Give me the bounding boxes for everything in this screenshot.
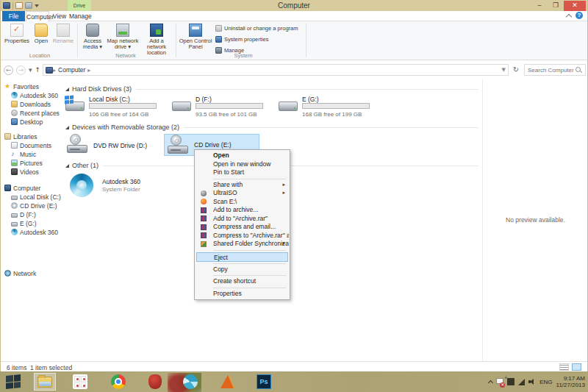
group-label-system: System [218,52,269,59]
recent-places-icon [11,110,18,116]
search-box[interactable] [524,64,586,76]
search-icon[interactable] [575,66,582,74]
ribbon-separator [77,24,78,57]
power-icon[interactable] [507,378,514,385]
taskbar-photoshop[interactable]: Ps [253,373,275,391]
windows-start-icon [6,374,21,389]
windows-logo-icon [65,96,74,104]
taskbar-teal-app[interactable] [179,373,201,391]
add-network-location-button[interactable]: Add a network location [140,23,173,56]
action-center-flag-icon[interactable] [496,378,503,386]
menu-item-compress-and-email[interactable]: Compress and email... [196,223,289,232]
other-tile-autodesk360[interactable]: Autodesk 360 System Folder [67,174,184,199]
network-signal-icon[interactable] [518,379,525,385]
menu-item-add-to-archive[interactable]: Add to archive... [196,206,289,215]
up-icon[interactable]: ↑ [35,66,41,74]
recent-locations-arrow-icon[interactable]: ▾ [29,66,32,74]
ribbon-help-area: ? [567,12,583,19]
ultraiso-icon [201,190,207,196]
address-bar: ← → ▾ ↑ ▸ Computer ▸ ▼ ↻ [1,61,587,79]
file-explorer-icon [37,377,52,388]
menu-item-scan[interactable]: Scan E:\ [196,198,289,207]
details-view-icon[interactable] [559,363,569,371]
collapse-triangle-icon[interactable] [65,164,69,168]
menu-item-open[interactable]: Open [196,152,289,160]
drive-tile-local-disk-c[interactable]: Local Disk (C:) 106 GB free of 164 GB [65,96,168,122]
breadcrumb[interactable]: ▸ Computer ▸ ▼ [43,64,509,76]
properties-button[interactable]: Properties [4,23,30,44]
collapse-triangle-icon[interactable] [65,126,69,129]
system-properties-button[interactable]: System properties [215,35,268,43]
menu-item-compress-to-rar-and-email[interactable]: Compress to "Archive.rar" and email [196,232,289,240]
tab-manage[interactable]: Manage [69,11,91,21]
menu-item-shared-folder-sync[interactable]: Shared Folder Synchronization▸ [196,240,289,249]
start-button[interactable] [2,373,24,391]
open-control-panel-button[interactable]: Open Control Panel [179,23,212,50]
group-header-hard-disk-drives[interactable]: Hard Disk Drives (3) [65,85,478,93]
minimize-button[interactable]: – [531,1,548,11]
breadcrumb-computer[interactable]: Computer [58,66,85,74]
address-dropdown-icon[interactable]: ▼ [502,67,506,73]
crumb-separator-icon[interactable]: ▸ [87,67,90,74]
uninstall-icon [215,25,222,32]
drive-tile-d-f[interactable]: D (F:) 93.5 GB free of 101 GB [172,96,275,122]
group-label-network: Network [100,52,151,59]
sidebar-section-libraries[interactable]: Libraries [4,132,68,140]
group-header-line [103,165,478,166]
language-indicator[interactable]: ENG [539,379,552,385]
minimize-ribbon-icon[interactable] [566,13,572,19]
menu-item-add-to-archive-rar[interactable]: Add to "Archive.rar" [196,215,289,224]
map-network-drive-button[interactable]: Map network drive ▾ [107,23,139,50]
menu-item-ultraiso[interactable]: UltraISO▸ [196,189,289,198]
sidebar-section-network[interactable]: Network [4,269,68,277]
tab-computer[interactable]: Computer [26,11,49,21]
restore-button[interactable]: ❐ [548,1,564,11]
menu-item-share-with[interactable]: Share with▸ [196,181,289,190]
menu-item-pin-to-start[interactable]: Pin to Start [196,168,289,177]
help-icon[interactable]: ? [576,12,583,19]
back-icon[interactable]: ← [4,65,13,75]
menu-item-copy[interactable]: Copy [196,266,289,274]
clock[interactable]: 9:17 AM 11/27/2013 [556,375,585,388]
taskbar-matlab[interactable] [216,373,238,391]
tab-view[interactable]: View [51,11,68,21]
drive-tile-e-g[interactable]: E (G:) 168 GB free of 199 GB [279,96,381,122]
menu-item-properties[interactable]: Properties [196,290,289,299]
sidebar-section-computer[interactable]: Computer [4,184,68,192]
volume-icon[interactable] [528,378,536,385]
capacity-bar [89,103,157,109]
open-button[interactable]: Open [32,23,51,44]
group-header-removable-storage[interactable]: Devices with Removable Storage (2) [65,124,478,131]
taskbar-file-explorer[interactable] [34,373,56,391]
autodesk360-icon [70,174,93,197]
access-media-button[interactable]: Access media ▾ [80,23,105,50]
taskbar-red-app[interactable] [144,373,166,391]
libraries-icon [4,133,11,140]
close-button[interactable]: ✕ [564,1,586,11]
taskbar-app-tiles[interactable] [69,373,91,391]
sync-icon [201,241,207,247]
search-input[interactable] [525,67,575,74]
device-tile-dvd-rw-drive-d[interactable]: DVD RW Drive (D:) [67,135,162,157]
chrome-icon [111,374,126,389]
autodesk360-icon [11,92,18,99]
collapse-triangle-icon[interactable] [65,88,69,91]
menu-item-create-shortcut[interactable]: Create shortcut [196,277,289,286]
sidebar-section-favorites[interactable]: ★Favorites [4,82,68,90]
taskbar-chrome[interactable] [107,373,129,391]
tray-time: 9:17 AM [564,375,585,382]
refresh-icon[interactable]: ↻ [511,64,521,76]
uninstall-program-button[interactable]: Uninstall or change a program [215,24,298,32]
thumbnail-view-icon[interactable] [572,363,581,371]
menu-item-open-in-new-window[interactable]: Open in new window [196,160,289,169]
teal-app-icon [183,374,198,389]
preview-pane: No preview available. [483,79,588,361]
context-menu: Open Open in new window Pin to Start Sha… [194,149,290,300]
tab-file[interactable]: File [2,11,25,21]
menu-item-eject[interactable]: Eject [196,252,288,262]
menu-separator [213,263,286,264]
star-icon: ★ [4,83,11,90]
tray-expand-icon[interactable] [488,379,493,385]
winrar-icon [201,232,207,238]
cd-icon [11,202,18,209]
